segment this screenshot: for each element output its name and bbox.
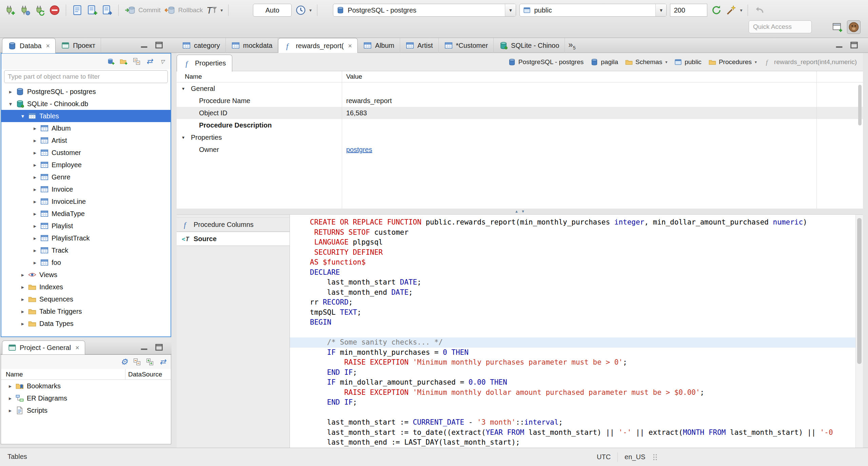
- editor-tab-rewards-report[interactable]: frewards_report(×: [278, 38, 358, 53]
- quick-access-field[interactable]: [749, 20, 812, 33]
- tree-item-track[interactable]: ▸Track: [1, 244, 171, 256]
- tree-item-postgresql-postgres[interactable]: ▸PostgreSQL - postgres: [1, 85, 171, 98]
- tree-item-table-triggers[interactable]: ▸Table Triggers: [1, 305, 171, 317]
- commit-mode-select[interactable]: Auto: [253, 4, 292, 17]
- chevron-right-icon[interactable]: ▸: [31, 223, 39, 229]
- expand-all-icon[interactable]: [146, 358, 154, 366]
- tree-item-genre[interactable]: ▸Genre: [1, 171, 171, 183]
- prop-row-object-id[interactable]: Object ID16,583: [177, 107, 863, 119]
- new-connection-icon[interactable]: [4, 4, 16, 16]
- editor-tab-sqlite-chinoo[interactable]: SQLite - Chinoo: [494, 38, 565, 53]
- chevron-right-icon[interactable]: ▸: [18, 296, 27, 303]
- minimize-icon[interactable]: [139, 342, 149, 352]
- tree-item-mediatype[interactable]: ▸MediaType: [1, 208, 171, 220]
- editor-tab-customer[interactable]: *Customer: [439, 38, 494, 53]
- view-menu-icon[interactable]: ▽: [158, 57, 166, 65]
- chevron-down-icon[interactable]: ▾: [755, 60, 757, 64]
- sash-up-icon[interactable]: ▲: [515, 210, 518, 213]
- breadcrumb-item-postgresql-postgres[interactable]: PostgreSQL - postgres: [508, 58, 584, 66]
- minimize-icon[interactable]: [139, 40, 149, 50]
- tree-item-invoice[interactable]: ▸Invoice: [1, 183, 171, 195]
- tree-item-indexes[interactable]: ▸Indexes: [1, 281, 171, 293]
- chevron-right-icon[interactable]: ▸: [31, 198, 39, 205]
- chevron-down-icon[interactable]: ▼: [505, 4, 516, 16]
- sql-editor-icon[interactable]: [72, 4, 83, 16]
- sash-down-icon[interactable]: ▼: [521, 210, 525, 213]
- prop-row-procedure-description[interactable]: Procedure Description: [177, 119, 863, 131]
- project-item-bookmarks[interactable]: ▸Bookmarks: [1, 380, 171, 392]
- chevron-right-icon[interactable]: ▸: [6, 395, 15, 402]
- breadcrumb-item-schemas[interactable]: Schemas▾: [625, 58, 667, 66]
- object-filter-input[interactable]: [4, 70, 168, 83]
- locale-label[interactable]: en_US: [625, 453, 645, 461]
- column-header-name[interactable]: Name: [1, 371, 125, 378]
- reconnect-icon[interactable]: [34, 4, 45, 16]
- tab-project-general[interactable]: Project - General ×: [2, 341, 85, 354]
- chevron-right-icon[interactable]: ▸: [18, 284, 27, 290]
- collapse-all-icon[interactable]: [133, 358, 141, 366]
- tree-item-artist[interactable]: ▸Artist: [1, 134, 171, 147]
- tree-item-playlisttrack[interactable]: ▸PlaylistTrack: [1, 232, 171, 244]
- tab-database-navigator[interactable]: Databa ×: [2, 38, 56, 53]
- project-item-scripts[interactable]: ▸Scripts: [1, 404, 171, 416]
- chevron-right-icon[interactable]: ▸: [31, 137, 39, 144]
- chevron-down-icon[interactable]: ▾: [18, 113, 27, 119]
- editor-tab-category[interactable]: category: [177, 38, 226, 53]
- chevron-right-icon[interactable]: ▸: [31, 247, 39, 254]
- breadcrumb-item-public[interactable]: public: [674, 58, 702, 66]
- new-sql-editor-icon[interactable]: [86, 4, 98, 16]
- gear-icon[interactable]: ⚙: [120, 358, 128, 366]
- tab-properties[interactable]: f Properties: [177, 55, 232, 72]
- chevron-down-icon[interactable]: ▾: [665, 60, 667, 64]
- maximize-icon[interactable]: [849, 40, 859, 50]
- quick-access-input[interactable]: [753, 23, 807, 31]
- magic-wand-button[interactable]: ▾: [726, 4, 742, 16]
- chevron-right-icon[interactable]: ▸: [31, 186, 39, 193]
- subtab-procedure-columns[interactable]: fProcedure Columns: [177, 217, 290, 232]
- chevron-right-icon[interactable]: ▸: [6, 383, 15, 389]
- chevron-down-icon[interactable]: ▼: [655, 4, 666, 16]
- prop-row-owner[interactable]: Ownerpostgres: [177, 143, 863, 156]
- vertical-scrollbar[interactable]: [858, 85, 862, 125]
- minimize-icon[interactable]: [834, 40, 844, 50]
- tree-item-album[interactable]: ▸Album: [1, 122, 171, 134]
- prop-row-procedure-name[interactable]: Procedure Namerewards_report: [177, 95, 863, 107]
- project-item-er-diagrams[interactable]: ▸ER Diagrams: [1, 392, 171, 404]
- sql-source-editor[interactable]: CREATE OR REPLACE FUNCTION public.reward…: [290, 215, 855, 466]
- chevron-right-icon[interactable]: ▸: [6, 407, 15, 414]
- chevron-right-icon[interactable]: ▸: [31, 235, 39, 241]
- close-icon[interactable]: ×: [46, 42, 50, 50]
- editor-tab-mockdata[interactable]: mockdata: [226, 38, 278, 53]
- breadcrumb-item-rewards-report-int4-numeric[interactable]: frewards_report(int4,numeric): [764, 58, 857, 66]
- schema-select[interactable]: public ▼: [519, 4, 667, 17]
- maximize-icon[interactable]: [154, 342, 164, 352]
- chevron-right-icon[interactable]: ▸: [31, 174, 39, 180]
- new-connection-icon[interactable]: [107, 57, 115, 65]
- scrollbar-thumb[interactable]: [857, 218, 862, 364]
- editor-scrollbar[interactable]: [855, 215, 863, 466]
- timezone-label[interactable]: UTC: [597, 453, 611, 461]
- new-folder-icon[interactable]: [120, 57, 128, 65]
- collapse-all-icon[interactable]: [133, 57, 141, 65]
- chevron-down-icon[interactable]: ▾: [182, 86, 188, 91]
- tree-item-invoiceline[interactable]: ▸InvoiceLine: [1, 195, 171, 208]
- rollback-button[interactable]: Rollback: [164, 4, 203, 16]
- maximize-icon[interactable]: [154, 40, 164, 50]
- chevron-right-icon[interactable]: ▸: [31, 150, 39, 156]
- transaction-log-button[interactable]: ▾: [295, 4, 312, 16]
- tree-item-views[interactable]: ▸Views: [1, 269, 171, 281]
- chevron-right-icon[interactable]: ▸: [31, 125, 39, 132]
- tree-item-sqlite-chinook-db[interactable]: ▾SQLite - Chinook.db: [1, 98, 171, 110]
- tree-item-foo[interactable]: ▸foo: [1, 256, 171, 269]
- chevron-right-icon[interactable]: ▸: [18, 321, 27, 327]
- disconnect-icon[interactable]: [49, 4, 60, 16]
- prop-row-general[interactable]: ▾General: [177, 82, 863, 95]
- editor-tab-album[interactable]: Album: [358, 38, 400, 53]
- database-select[interactable]: PostgreSQL - postgres ▼: [333, 4, 516, 17]
- tree-item-sequences[interactable]: ▸Sequences: [1, 293, 171, 305]
- tree-item-customer[interactable]: ▸Customer: [1, 147, 171, 159]
- tree-item-playlist[interactable]: ▸Playlist: [1, 220, 171, 232]
- owner-link[interactable]: postgres: [346, 146, 372, 153]
- chevron-right-icon[interactable]: ▸: [18, 308, 27, 315]
- splitter-sash[interactable]: ▲ ▼: [177, 209, 863, 215]
